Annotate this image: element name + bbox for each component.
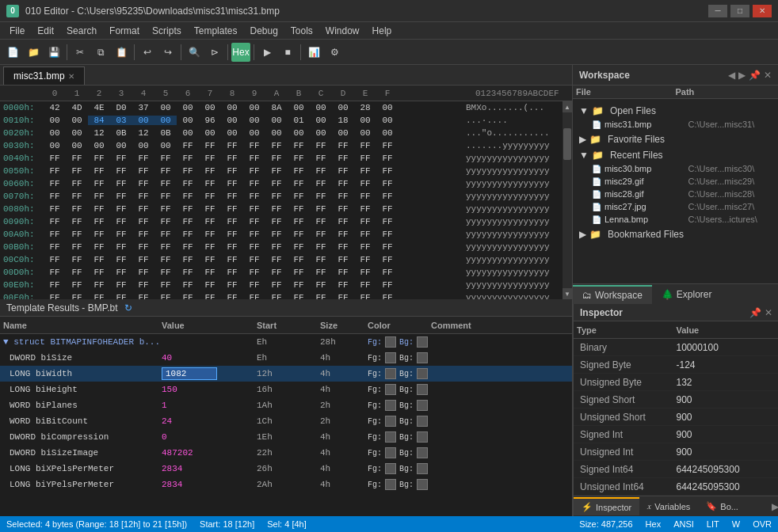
maximize-button[interactable]: □ [730, 5, 749, 17]
stop-button[interactable]: ■ [278, 43, 297, 62]
it-tab-variables[interactable]: 𝑥 Variables [639, 498, 698, 515]
redo-button[interactable]: ↪ [158, 43, 177, 62]
find-button[interactable]: 🔍 [185, 43, 204, 62]
bg-swatch[interactable] [417, 368, 428, 379]
bg-swatch[interactable] [417, 400, 428, 411]
bg-swatch[interactable] [417, 336, 428, 348]
field-biwidth-value[interactable] [162, 367, 257, 380]
ws-group-bookmarks-header[interactable]: ▶ 📁 Bookmarked Files [576, 227, 775, 241]
template-row-biwidth[interactable]: LONG biWidth 12h 4h Fg:Bg: [0, 366, 572, 382]
template-row-bixpels[interactable]: LONG biXPelsPerMeter 2834 26h 4h Fg:Bg: [0, 461, 572, 477]
chart-button[interactable]: 📊 [304, 43, 323, 62]
ws-group-open-header[interactable]: ▼ 📁 Open Files [576, 104, 775, 118]
fg-swatch[interactable] [385, 463, 396, 474]
hex-row-0020[interactable]: 0020h: 0000120B120B00000000000000000000 … [0, 127, 563, 139]
ws-item-misc29[interactable]: 📄 misc29.gif C:\User...misc29\ [576, 175, 775, 188]
menu-edit[interactable]: Edit [31, 24, 60, 38]
tab-close-icon[interactable]: ✕ [68, 72, 74, 81]
menu-templates[interactable]: Templates [188, 24, 244, 38]
fg-swatch[interactable] [385, 336, 396, 348]
hex-content[interactable]: 0000h: 424D4ED03700000000008A0000002800 … [0, 101, 563, 299]
hex-row-0030[interactable]: 0030h: 000000000000FFFFFFFFFFFFFFFFFFFF … [0, 139, 563, 152]
menu-tools[interactable]: Tools [284, 24, 319, 38]
hex-row-0060[interactable]: 0060h:FFFFFFFFFFFFFFFFFFFFFFFFFFFFFFFFyy… [0, 177, 563, 190]
fg-swatch[interactable] [385, 384, 396, 395]
fg-swatch[interactable] [385, 416, 396, 427]
hex-row-0080[interactable]: 0080h:FFFFFFFFFFFFFFFFFFFFFFFFFFFFFFFFyy… [0, 203, 563, 215]
nav-fwd-icon[interactable]: ▶ [738, 70, 746, 81]
hex-row-00B0[interactable]: 00B0h:FFFFFFFFFFFFFFFFFFFFFFFFFFFFFFFFyy… [0, 241, 563, 253]
workspace-close-icon[interactable]: ✕ [764, 70, 772, 81]
inspector-nav-icon[interactable]: ▶ [772, 501, 778, 512]
menu-debug[interactable]: Debug [243, 24, 284, 38]
inspector-pin-icon[interactable]: 📌 [749, 307, 761, 318]
biwidth-input[interactable] [162, 367, 217, 380]
paste-button[interactable]: 📋 [112, 43, 131, 62]
bg-swatch[interactable] [417, 384, 428, 395]
ws-item-misc28[interactable]: 📄 misc28.gif C:\User...misc28\ [576, 188, 775, 200]
menu-file[interactable]: File [3, 24, 31, 38]
hex-scrollbar[interactable]: ▲ ▼ [563, 101, 572, 299]
tab-misc31[interactable]: misc31.bmp ✕ [3, 66, 85, 85]
close-button[interactable]: ✕ [753, 5, 772, 17]
menu-search[interactable]: Search [60, 24, 103, 38]
bg-swatch[interactable] [417, 447, 428, 458]
nav-back-icon[interactable]: ◀ [728, 70, 735, 81]
copy-button[interactable]: ⧉ [91, 43, 110, 62]
hex-row-00F0[interactable]: 00F0h:FFFFFFFFFFFFFFFFFFFFFFFFFFFFFFFFyy… [0, 291, 563, 299]
menu-format[interactable]: Format [103, 24, 146, 38]
tools-button[interactable]: ⚙ [325, 43, 344, 62]
hex-row-0050[interactable]: 0050h:FFFFFFFFFFFFFFFFFFFFFFFFFFFFFFFFyy… [0, 165, 563, 177]
ws-tab-explorer[interactable]: 🌲 Explorer [652, 286, 722, 303]
hex-row-00D0[interactable]: 00D0h:FFFFFFFFFFFFFFFFFFFFFFFFFFFFFFFFyy… [0, 266, 563, 279]
template-row-bisize[interactable]: DWORD biSize 40 Eh 4h Fg:Bg: [0, 350, 572, 366]
template-row-bisizeimage[interactable]: DWORD biSizeImage 487202 22h 4h Fg:Bg: [0, 445, 572, 461]
bg-swatch[interactable] [417, 416, 428, 427]
menu-scripts[interactable]: Scripts [146, 24, 188, 38]
cut-button[interactable]: ✂ [71, 43, 90, 62]
it-tab-bookmarks[interactable]: 🔖 Bo... [698, 498, 746, 515]
template-row-biplanes[interactable]: WORD biPlanes 1 1Ah 2h Fg:Bg: [0, 397, 572, 413]
fg-swatch[interactable] [385, 352, 396, 363]
scroll-thumb[interactable] [563, 128, 571, 160]
scroll-down-button[interactable]: ▼ [563, 288, 572, 299]
bg-swatch[interactable] [417, 431, 428, 443]
hex-row-00A0[interactable]: 00A0h:FFFFFFFFFFFFFFFFFFFFFFFFFFFFFFFFyy… [0, 228, 563, 241]
ws-group-recent-header[interactable]: ▼ 📁 Recent Files [576, 148, 775, 162]
ws-item-lenna[interactable]: 📄 Lenna.bmp C:\Users...ictures\ [576, 213, 775, 226]
scroll-up-button[interactable]: ▲ [563, 101, 572, 112]
template-row-bibitcount[interactable]: WORD biBitCount 24 1Ch 2h Fg:Bg: [0, 413, 572, 429]
ws-group-favorites-header[interactable]: ▶ 📁 Favorite Files [576, 132, 775, 146]
template-rows[interactable]: ▼ struct BITMAPINFOHEADER b... Eh 28h Fg… [0, 334, 572, 516]
hex-row-0010[interactable]: 0010h: 00008403000000960000000100180000 … [0, 114, 563, 127]
ws-item-misc30[interactable]: 📄 misc30.bmp C:\User...misc30\ [576, 162, 775, 175]
template-row-struct[interactable]: ▼ struct BITMAPINFOHEADER b... Eh 28h Fg… [0, 334, 572, 350]
hex-row-00C0[interactable]: 00C0h:FFFFFFFFFFFFFFFFFFFFFFFFFFFFFFFFyy… [0, 253, 563, 266]
hex-row-0000[interactable]: 0000h: 424D4ED03700000000008A0000002800 … [0, 101, 563, 114]
ws-item-misc27[interactable]: 📄 misc27.jpg C:\User...misc27\ [576, 200, 775, 213]
hex-row-0090[interactable]: 0090h:FFFFFFFFFFFFFFFFFFFFFFFFFFFFFFFFyy… [0, 215, 563, 228]
open-button[interactable]: 📁 [24, 43, 43, 62]
fg-swatch[interactable] [385, 479, 396, 490]
menu-help[interactable]: Help [366, 24, 399, 38]
minimize-button[interactable]: ─ [708, 5, 727, 17]
template-row-biypels[interactable]: LONG biYPelsPerMeter 2834 2Ah 4h Fg:Bg: [0, 477, 572, 492]
fg-swatch[interactable] [385, 447, 396, 458]
bg-swatch[interactable] [417, 352, 428, 363]
bg-swatch[interactable] [417, 479, 428, 490]
it-tab-inspector[interactable]: ⚡ Inspector [574, 497, 639, 515]
workspace-pin-icon[interactable]: 📌 [749, 70, 761, 81]
template-row-biheight[interactable]: LONG biHeight 150 16h 4h Fg:Bg: [0, 382, 572, 397]
fg-swatch[interactable] [385, 368, 396, 379]
ws-tab-workspace[interactable]: 🗂 Workspace [573, 285, 652, 304]
save-button[interactable]: 💾 [44, 43, 63, 62]
hex-mode-button[interactable]: Hex [231, 43, 250, 62]
fg-swatch[interactable] [385, 431, 396, 443]
scroll-track[interactable] [563, 112, 572, 288]
run-template-button[interactable]: ▶ [257, 43, 276, 62]
fg-swatch[interactable] [385, 400, 396, 411]
bg-swatch[interactable] [417, 463, 428, 474]
hex-row-00E0[interactable]: 00E0h:FFFFFFFFFFFFFFFFFFFFFFFFFFFFFFFFyy… [0, 279, 563, 291]
hex-row-0040[interactable]: 0040h:FFFFFFFFFFFFFFFFFFFFFFFFFFFFFFFFyy… [0, 152, 563, 165]
template-row-bicompression[interactable]: DWORD biCompression 0 1Eh 4h Fg:Bg: [0, 429, 572, 445]
